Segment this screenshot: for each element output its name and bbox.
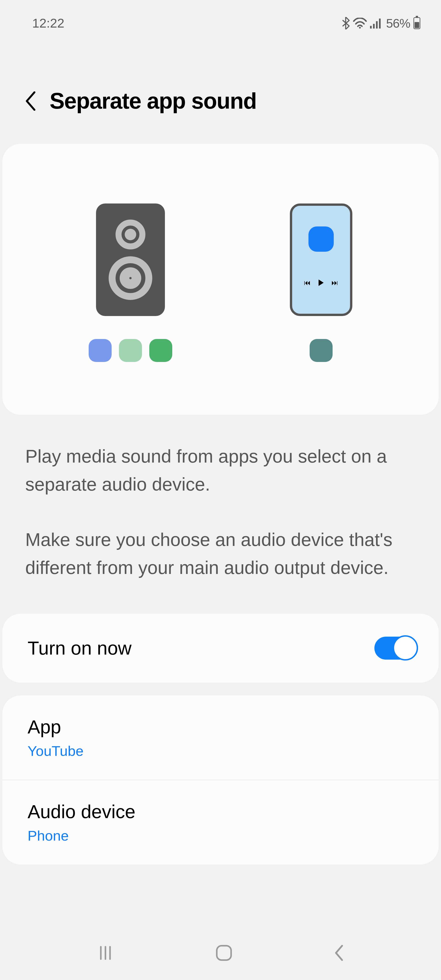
description-text: Play media sound from apps you select on… — [0, 415, 441, 614]
status-bar: 12:22 56% — [0, 0, 441, 40]
illustration-card: ⏮ ⏭ — [2, 144, 439, 415]
svg-rect-8 — [217, 946, 231, 960]
svg-rect-2 — [373, 24, 375, 28]
speaker-icon — [96, 204, 165, 316]
svg-rect-3 — [376, 21, 377, 29]
turn-on-switch[interactable] — [374, 636, 418, 660]
chevron-left-icon — [25, 91, 37, 111]
options-card: App YouTube Audio device Phone — [2, 695, 439, 864]
wifi-icon — [353, 18, 367, 29]
app-dot — [119, 339, 142, 362]
svg-point-0 — [359, 27, 361, 29]
app-dot — [149, 339, 172, 362]
audio-device-row[interactable]: Audio device Phone — [2, 780, 439, 864]
device-row-value: Phone — [27, 827, 414, 844]
phone-app-dots — [310, 339, 333, 362]
phone-column: ⏮ ⏭ — [290, 204, 352, 362]
device-row-title: Audio device — [27, 801, 414, 822]
clock: 12:22 — [32, 16, 64, 30]
back-nav-button[interactable] — [333, 944, 345, 961]
back-button[interactable] — [25, 91, 37, 111]
turn-on-row[interactable]: Turn on now — [2, 614, 439, 682]
home-icon — [215, 944, 233, 962]
speaker-app-dots — [89, 339, 172, 362]
app-row-title: App — [27, 716, 414, 738]
svg-rect-4 — [379, 18, 381, 28]
app-row[interactable]: App YouTube — [2, 695, 439, 780]
recents-button[interactable] — [96, 945, 115, 961]
description-p1: Play media sound from apps you select on… — [25, 442, 416, 498]
app-row-value: YouTube — [27, 743, 414, 759]
battery-percent: 56% — [386, 16, 410, 30]
bluetooth-icon — [342, 17, 350, 29]
page-header: Separate app sound — [0, 40, 441, 144]
description-p2: Make sure you choose an audio device tha… — [25, 526, 416, 582]
signal-icon — [370, 18, 382, 29]
page-title: Separate app sound — [49, 88, 256, 114]
system-navbar — [0, 944, 441, 962]
recents-icon — [96, 945, 115, 961]
battery-icon — [414, 17, 420, 29]
speaker-column — [89, 204, 172, 362]
phone-icon: ⏮ ⏭ — [290, 204, 352, 316]
svg-rect-1 — [370, 26, 372, 29]
status-icons: 56% — [342, 16, 420, 30]
chevron-left-icon — [333, 944, 345, 961]
app-dot — [310, 339, 333, 362]
app-dot — [89, 339, 111, 362]
home-button[interactable] — [215, 944, 233, 962]
turn-on-label: Turn on now — [27, 637, 132, 659]
